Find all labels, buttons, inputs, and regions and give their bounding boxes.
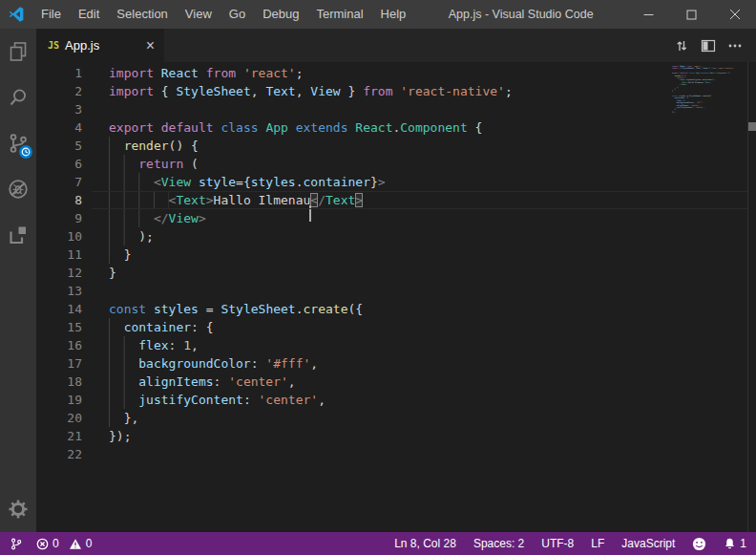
code-editor[interactable]: 1import React from 'react';2import { Sty… — [36, 62, 756, 532]
code-line[interactable]: 14const styles = StyleSheet.create({ — [36, 300, 756, 318]
more-actions-icon[interactable] — [722, 29, 748, 62]
code-line[interactable]: 8<Text>Hallo Ilmenau</Text> — [36, 191, 756, 209]
code-line[interactable]: 22 — [36, 445, 756, 463]
code-line[interactable]: 5render() { — [36, 137, 756, 155]
code-text[interactable]: </View> — [82, 209, 206, 227]
line-number[interactable]: 7 — [36, 173, 82, 191]
menu-item-help[interactable]: Help — [372, 0, 415, 29]
menu-item-debug[interactable]: Debug — [254, 0, 307, 29]
menu-item-terminal[interactable]: Terminal — [307, 0, 371, 29]
code-line[interactable]: 15container: { — [36, 318, 756, 336]
code-text[interactable]: import React from 'react'; — [82, 64, 304, 82]
line-number[interactable]: 13 — [36, 282, 82, 300]
code-text[interactable]: const styles = StyleSheet.create({ — [82, 300, 363, 318]
code-line[interactable]: 21}); — [36, 427, 756, 445]
code-line[interactable]: 19justifyContent: 'center', — [36, 391, 756, 409]
code-text[interactable]: }, — [82, 409, 138, 427]
line-number[interactable]: 22 — [36, 445, 82, 463]
menu-item-view[interactable]: View — [177, 0, 220, 29]
code-text[interactable]: } — [82, 245, 131, 264]
code-text[interactable]: import { StyleSheet, Text, View } from '… — [82, 82, 513, 100]
code-text[interactable] — [82, 445, 109, 463]
code-line[interactable]: 13 — [36, 282, 756, 300]
line-number[interactable]: 1 — [36, 64, 82, 82]
code-text[interactable]: } — [82, 264, 116, 282]
feedback-smiley-icon[interactable] — [692, 537, 706, 551]
code-line[interactable]: 2import { StyleSheet, Text, View } from … — [36, 82, 756, 100]
code-text[interactable]: return ( — [82, 155, 199, 173]
code-text[interactable] — [82, 100, 109, 118]
code-text[interactable]: <View style={styles.container}> — [82, 173, 386, 191]
code-text[interactable]: backgroundColor: '#fff', — [82, 354, 318, 373]
line-number[interactable]: 11 — [36, 245, 82, 264]
line-number[interactable]: 19 — [36, 391, 82, 409]
line-number[interactable]: 2 — [36, 82, 82, 100]
language-mode[interactable]: JavaScript — [621, 537, 675, 550]
debug-icon[interactable] — [0, 166, 36, 212]
encoding-indicator[interactable]: UTF-8 — [541, 537, 574, 550]
eol-indicator[interactable]: LF — [591, 537, 604, 550]
code-text[interactable]: export default class App extends React.C… — [82, 118, 482, 137]
line-number[interactable]: 5 — [36, 137, 82, 155]
code-text[interactable]: flex: 1, — [82, 336, 199, 354]
line-number[interactable]: 3 — [36, 100, 82, 118]
line-number[interactable]: 16 — [36, 336, 82, 354]
git-branch-indicator[interactable] — [10, 537, 23, 551]
close-tab-icon[interactable]: × — [144, 38, 157, 53]
code-line[interactable]: 10); — [36, 227, 756, 245]
code-text[interactable]: render() { — [82, 137, 199, 155]
open-changes-icon[interactable] — [668, 29, 695, 62]
code-text[interactable]: alignItems: 'center', — [82, 373, 296, 391]
code-line[interactable]: 20}, — [36, 409, 756, 427]
code-text[interactable]: ); — [82, 227, 154, 245]
search-icon[interactable] — [0, 75, 36, 120]
menu-item-go[interactable]: Go — [220, 0, 254, 29]
code-text[interactable] — [82, 282, 109, 300]
indentation-indicator[interactable]: Spaces: 2 — [473, 537, 524, 550]
problems-indicator[interactable]: 0 0 — [36, 537, 92, 550]
menu-item-file[interactable]: File — [32, 0, 70, 29]
code-line[interactable]: 3 — [36, 100, 756, 118]
line-number[interactable]: 8 — [36, 191, 82, 209]
code-line[interactable]: 16flex: 1, — [36, 336, 756, 354]
split-editor-icon[interactable] — [695, 29, 722, 62]
code-line[interactable]: 11} — [36, 245, 756, 264]
line-number[interactable]: 14 — [36, 300, 82, 318]
code-line[interactable]: 4export default class App extends React.… — [36, 118, 756, 137]
code-line[interactable]: 7<View style={styles.container}> — [36, 173, 756, 191]
code-line[interactable]: 9</View> — [36, 209, 756, 227]
line-number[interactable]: 20 — [36, 409, 82, 427]
code-text[interactable]: container: { — [82, 318, 214, 336]
line-number[interactable]: 10 — [36, 227, 82, 245]
line-number[interactable]: 6 — [36, 155, 82, 173]
line-number[interactable]: 9 — [36, 209, 82, 227]
cursor-position[interactable]: Ln 8, Col 28 — [394, 537, 456, 550]
code-text[interactable]: }); — [82, 427, 131, 445]
line-number[interactable]: 18 — [36, 373, 82, 391]
vscode-logo-icon[interactable] — [0, 0, 32, 29]
extensions-icon[interactable] — [0, 212, 36, 258]
minimize-button[interactable] — [627, 0, 670, 29]
code-line[interactable]: 1import React from 'react'; — [36, 64, 756, 82]
line-number[interactable]: 17 — [36, 354, 82, 373]
code-text[interactable]: <Text>Hallo Ilmenau</Text> — [82, 191, 363, 209]
overview-ruler[interactable] — [747, 62, 756, 532]
tab-appjs[interactable]: JS App.js × — [36, 29, 164, 62]
line-number[interactable]: 12 — [36, 264, 82, 282]
menu-item-selection[interactable]: Selection — [108, 0, 176, 29]
code-line[interactable]: 12} — [36, 264, 756, 282]
close-button[interactable] — [713, 0, 756, 29]
line-number[interactable]: 4 — [36, 118, 82, 137]
code-text[interactable]: justifyContent: 'center', — [82, 391, 326, 409]
code-line[interactable]: 17backgroundColor: '#fff', — [36, 354, 756, 373]
line-number[interactable]: 15 — [36, 318, 82, 336]
code-line[interactable]: 6return ( — [36, 155, 756, 173]
code-line[interactable]: 18alignItems: 'center', — [36, 373, 756, 391]
menu-item-edit[interactable]: Edit — [70, 0, 108, 29]
maximize-button[interactable] — [670, 0, 713, 29]
line-number[interactable]: 21 — [36, 427, 82, 445]
source-control-icon[interactable] — [0, 120, 36, 166]
manage-gear-icon[interactable] — [0, 486, 36, 532]
explorer-icon[interactable] — [0, 29, 36, 75]
notifications-bell[interactable]: 1 — [724, 537, 746, 550]
